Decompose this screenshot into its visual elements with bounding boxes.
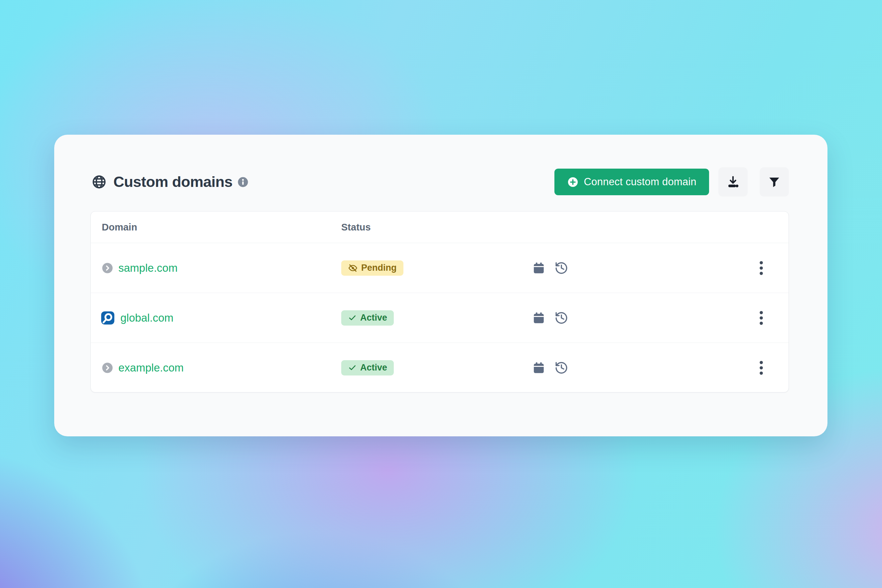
row-menu-cell xyxy=(734,258,789,278)
header-title-group: Custom domains xyxy=(92,173,248,190)
status-label: Active xyxy=(360,363,387,373)
table-header-row: Domain Status xyxy=(91,212,789,243)
kebab-menu-button[interactable] xyxy=(754,358,768,378)
calendar-button[interactable] xyxy=(532,361,546,375)
history-button[interactable] xyxy=(554,261,568,275)
chevron-right-circle-icon xyxy=(102,262,113,274)
domain-link[interactable]: sample.com xyxy=(118,262,178,274)
table-row: global.com Active xyxy=(91,292,789,342)
status-cell: Pending xyxy=(341,260,532,276)
domains-table: Domain Status sample.com xyxy=(90,211,789,393)
header-actions: Connect custom domain xyxy=(554,167,789,196)
status-label: Active xyxy=(360,313,387,323)
plus-circle-icon xyxy=(567,176,579,188)
domain-cell: global.com xyxy=(91,310,341,325)
card-header: Custom domains Connect custom domain xyxy=(92,166,789,197)
row-actions xyxy=(532,361,734,375)
globe-icon xyxy=(92,174,107,190)
status-badge: Active xyxy=(341,310,394,326)
domain-link[interactable]: example.com xyxy=(118,362,184,374)
status-badge: Pending xyxy=(341,260,404,276)
column-header-status: Status xyxy=(341,222,532,233)
domain-cell: example.com xyxy=(91,362,341,374)
filter-button[interactable] xyxy=(760,167,789,196)
check-icon xyxy=(348,313,357,322)
chevron-right-circle-icon xyxy=(102,362,113,374)
download-button[interactable] xyxy=(718,167,748,196)
custom-domains-card: Custom domains Connect custom domain xyxy=(54,135,828,436)
domain-cell: sample.com xyxy=(91,262,341,274)
kebab-menu-button[interactable] xyxy=(754,258,768,278)
history-icon xyxy=(554,261,568,275)
status-cell: Active xyxy=(341,310,532,326)
domain-link[interactable]: global.com xyxy=(120,312,174,324)
history-button[interactable] xyxy=(554,311,568,325)
filter-icon xyxy=(767,175,781,189)
check-icon xyxy=(348,363,357,372)
calendar-icon xyxy=(532,311,546,325)
eye-off-icon xyxy=(348,263,358,273)
row-actions xyxy=(532,261,734,275)
download-icon xyxy=(726,175,740,189)
kebab-menu-icon xyxy=(759,260,764,276)
table-row: sample.com Pending xyxy=(91,243,789,292)
column-header-domain: Domain xyxy=(91,222,341,233)
status-cell: Active xyxy=(341,360,532,375)
status-badge: Active xyxy=(341,360,394,375)
table-row: example.com Active xyxy=(91,342,789,393)
status-label: Pending xyxy=(361,263,397,273)
calendar-icon xyxy=(532,261,546,275)
history-button[interactable] xyxy=(554,361,568,375)
row-menu-cell xyxy=(734,308,789,328)
row-actions xyxy=(532,311,734,325)
page-title: Custom domains xyxy=(113,173,232,190)
calendar-icon xyxy=(532,361,546,375)
calendar-button[interactable] xyxy=(532,261,546,275)
kebab-menu-icon xyxy=(759,360,764,375)
info-icon[interactable] xyxy=(238,177,248,187)
history-icon xyxy=(554,361,568,375)
brand-logo-icon xyxy=(100,310,115,325)
connect-custom-domain-button[interactable]: Connect custom domain xyxy=(554,169,709,195)
history-icon xyxy=(554,311,568,325)
row-menu-cell xyxy=(734,358,789,378)
kebab-menu-icon xyxy=(759,310,764,326)
calendar-button[interactable] xyxy=(532,311,546,325)
connect-button-label: Connect custom domain xyxy=(584,176,696,188)
kebab-menu-button[interactable] xyxy=(754,308,768,328)
